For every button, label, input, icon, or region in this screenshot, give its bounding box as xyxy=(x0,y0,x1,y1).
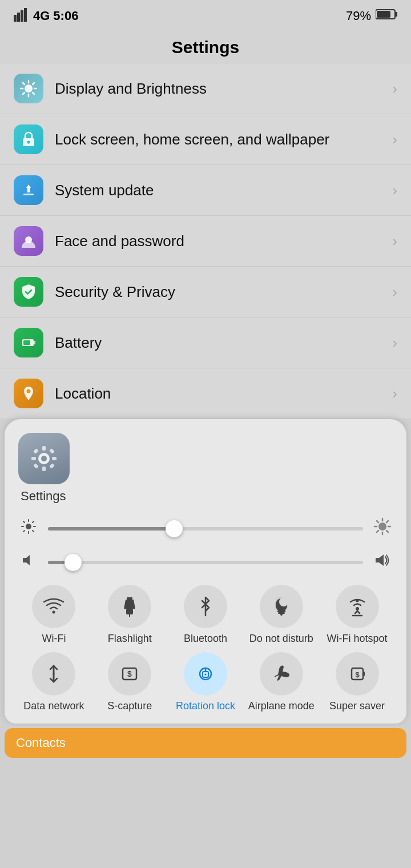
svg-rect-19 xyxy=(23,194,34,195)
svg-rect-28 xyxy=(42,467,46,471)
svg-text:$: $ xyxy=(355,670,360,679)
display-label: Display and Brightness xyxy=(55,80,392,98)
location-icon-wrap xyxy=(14,379,43,408)
lockscreen-icon-wrap xyxy=(14,124,43,154)
wifihotspot-tile-label: Wi-Fi hotspot xyxy=(327,633,388,645)
qs-tile-datanetwork[interactable]: Data network xyxy=(18,652,90,713)
svg-rect-6 xyxy=(377,11,390,18)
battery-icon-wrap xyxy=(14,328,43,357)
svg-rect-2 xyxy=(21,10,23,22)
qs-tile-scapture[interactable]: $ S-capture xyxy=(94,652,166,713)
svg-marker-53 xyxy=(23,555,30,565)
battery-chevron: › xyxy=(392,334,397,352)
settings-item-sysupdate[interactable]: System update › xyxy=(0,165,411,216)
svg-rect-5 xyxy=(395,12,397,17)
datanetwork-tile-label: Data network xyxy=(23,700,84,713)
svg-point-7 xyxy=(25,85,33,93)
brightness-track[interactable] xyxy=(48,527,363,531)
svg-line-51 xyxy=(386,521,388,523)
security-label: Security & Privacy xyxy=(55,283,392,301)
qs-app-header: Settings xyxy=(18,433,393,504)
volume-high-icon xyxy=(372,551,393,573)
display-icon-wrap xyxy=(14,74,43,103)
svg-point-24 xyxy=(27,389,31,393)
qs-tile-wifi[interactable]: Wi-Fi xyxy=(18,585,90,645)
svg-line-52 xyxy=(377,531,378,532)
svg-point-62 xyxy=(279,597,288,606)
quick-settings-panel: Settings xyxy=(5,419,406,724)
brightness-thumb[interactable] xyxy=(166,520,183,537)
settings-item-security[interactable]: Security & Privacy › xyxy=(0,267,411,318)
battery-icon xyxy=(376,9,397,23)
settings-item-location[interactable]: Location › xyxy=(0,368,411,419)
location-chevron: › xyxy=(392,385,397,403)
qs-tile-donotdisturb[interactable]: Do not disturb xyxy=(245,585,317,645)
svg-point-63 xyxy=(356,607,359,610)
bottom-peek[interactable]: Contacts xyxy=(5,728,406,758)
svg-line-12 xyxy=(23,83,25,85)
status-bar: 4G 5:06 79% xyxy=(0,0,411,30)
sysupdate-icon-wrap xyxy=(14,175,43,205)
wifi-tile-icon xyxy=(32,585,75,628)
status-right: 79% xyxy=(346,9,397,23)
wifi-tile-label: Wi-Fi xyxy=(42,633,66,645)
scapture-tile-icon: $ xyxy=(108,652,151,696)
svg-line-40 xyxy=(23,521,25,523)
svg-rect-30 xyxy=(52,457,57,460)
status-left: 4G 5:06 xyxy=(14,7,78,25)
svg-line-13 xyxy=(33,93,34,94)
volume-track[interactable] xyxy=(48,561,363,564)
airplanemode-tile-icon xyxy=(260,652,303,696)
rotationlock-tile-icon xyxy=(184,652,227,696)
settings-item-display[interactable]: Display and Brightness › xyxy=(0,63,411,114)
wifihotspot-tile-icon xyxy=(336,585,379,628)
svg-rect-57 xyxy=(126,609,133,614)
brightness-slider-row[interactable] xyxy=(18,517,393,540)
flashlight-tile-icon xyxy=(108,585,151,628)
settings-item-battery[interactable]: Battery › xyxy=(0,318,411,368)
settings-item-lockscreen[interactable]: Lock screen, home screen, and wallpaper … xyxy=(0,114,411,165)
svg-rect-73 xyxy=(363,672,365,676)
scapture-tile-label: S-capture xyxy=(107,700,152,713)
svg-point-35 xyxy=(26,524,31,529)
svg-line-15 xyxy=(23,93,25,94)
svg-line-14 xyxy=(33,83,34,85)
qs-grid: Wi-Fi Flashlight Bluetooth xyxy=(18,585,393,712)
lockscreen-label: Lock screen, home screen, and wallpaper xyxy=(55,131,392,148)
brightness-low-icon xyxy=(18,519,39,539)
security-icon-wrap xyxy=(14,277,43,307)
battery-percent: 79% xyxy=(346,9,371,23)
svg-point-26 xyxy=(41,456,47,461)
airplanemode-tile-label: Airplane mode xyxy=(248,700,315,713)
bottom-peek-label: Contacts xyxy=(16,736,66,750)
volume-low-icon xyxy=(18,552,39,572)
svg-line-42 xyxy=(33,521,34,523)
page-title: Settings xyxy=(0,30,411,63)
sysupdate-chevron: › xyxy=(392,182,397,199)
donotdisturb-tile-label: Do not disturb xyxy=(249,633,313,645)
location-label: Location xyxy=(55,385,392,403)
qs-tile-wifihotspot[interactable]: Wi-Fi hotspot xyxy=(321,585,393,645)
flashlight-tile-label: Flashlight xyxy=(108,633,152,645)
qs-tile-airplanemode[interactable]: Airplane mode xyxy=(245,652,317,713)
svg-text:$: $ xyxy=(127,669,132,678)
lockscreen-chevron: › xyxy=(392,131,397,148)
svg-point-71 xyxy=(204,673,206,675)
settings-list: Display and Brightness › Lock screen, ho… xyxy=(0,63,411,419)
volume-slider-row[interactable] xyxy=(18,551,393,573)
supersaver-tile-label: Super saver xyxy=(329,700,385,713)
signal-icon xyxy=(14,7,30,25)
qs-tile-bluetooth[interactable]: Bluetooth xyxy=(170,585,241,645)
qs-tile-flashlight[interactable]: Flashlight xyxy=(94,585,166,645)
face-label: Face and password xyxy=(55,232,392,250)
volume-thumb[interactable] xyxy=(65,554,82,571)
qs-tile-supersaver[interactable]: $ Super saver xyxy=(321,652,393,713)
svg-line-43 xyxy=(23,531,25,532)
svg-rect-56 xyxy=(127,597,132,600)
battery-label: Battery xyxy=(55,334,392,352)
settings-app-icon[interactable] xyxy=(18,433,70,484)
svg-rect-0 xyxy=(14,15,17,22)
datanetwork-tile-icon xyxy=(32,652,75,696)
qs-tile-rotationlock[interactable]: Rotation lock xyxy=(170,652,241,713)
settings-item-face[interactable]: Face and password › xyxy=(0,216,411,267)
